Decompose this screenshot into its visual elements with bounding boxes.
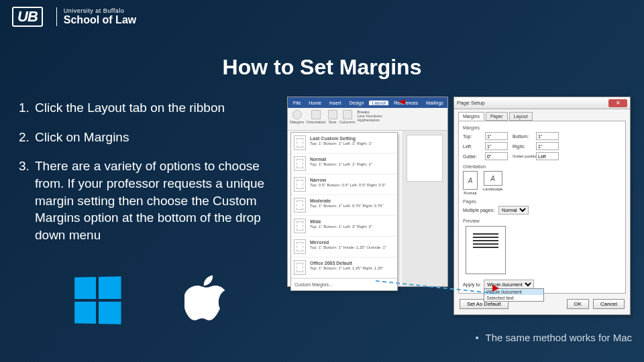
margin-option-wide[interactable]: WideTop: 1" Bottom: 1" Left: 2" Right: 2…: [291, 216, 397, 237]
logo-small: University at Buffalo: [64, 7, 136, 14]
step-1: 1.Click the Layout tab on the ribbon: [19, 99, 282, 117]
preview-label: Preview: [463, 219, 621, 223]
slide-title: How to Set Margins: [0, 55, 644, 80]
logo-divider: [56, 7, 57, 26]
logo-mark: UB: [12, 7, 43, 27]
dialog-tabs: Margins Paper Layout: [454, 109, 630, 121]
close-button[interactable]: ✕: [608, 99, 627, 107]
pages-fieldset: Pages Multiple pages: Normal: [463, 199, 621, 215]
margin-option-office2003[interactable]: Office 2003 DefaultTop: 1" Bottom: 1" Le…: [291, 257, 397, 278]
dialog-tab-paper[interactable]: Paper: [486, 112, 508, 121]
multiple-pages-select[interactable]: Normal: [498, 206, 529, 215]
margin-option-last-custom[interactable]: Last Custom SettingTop: 1" Bottom: 1" Le…: [291, 133, 397, 154]
dialog-titlebar: Page Setup ✕: [454, 97, 630, 109]
logo-big: School of Law: [64, 14, 136, 26]
right-label: Right:: [513, 144, 533, 149]
margin-preview-icon: [294, 177, 306, 192]
margin-preview-icon: [294, 156, 306, 171]
institution-logo: UB University at Buffalo School of Law: [12, 7, 136, 27]
layout-toolbar: Margins Orientation Size Columns BreaksL…: [288, 108, 447, 131]
tab-home[interactable]: Home: [306, 101, 324, 105]
preview-page-icon: [466, 226, 506, 274]
step-3: 3.There are a variety of options to choo…: [19, 158, 282, 243]
apply-to-select[interactable]: Whole document: [484, 280, 534, 289]
orientation-button[interactable]: Orientation: [306, 110, 325, 124]
tab-design[interactable]: Design: [346, 101, 366, 105]
margin-preview-icon: [294, 260, 306, 275]
margin-option-narrow[interactable]: NarrowTop: 0.5" Bottom: 0.5" Left: 0.5" …: [291, 174, 397, 195]
gutter-label: Gutter:: [463, 154, 482, 159]
windows-icon: [74, 276, 121, 324]
cancel-button[interactable]: Cancel: [593, 299, 625, 309]
apply-row: Apply to: Whole document Whole document …: [463, 280, 621, 289]
document-area: [402, 131, 447, 286]
left-input[interactable]: [485, 142, 508, 150]
bottom-input[interactable]: [536, 132, 559, 140]
page-preview: [407, 135, 443, 182]
margin-preview-icon: [294, 198, 306, 213]
tab-file[interactable]: File: [290, 101, 303, 105]
orientation-portrait[interactable]: Portrait: [463, 171, 478, 195]
orientation-icon: [311, 110, 321, 119]
size-icon: [328, 110, 337, 119]
dialog-tab-layout[interactable]: Layout: [509, 112, 533, 121]
os-icons: [74, 275, 225, 326]
tab-mailings[interactable]: Mailings: [423, 101, 446, 105]
left-label: Left:: [463, 144, 482, 149]
size-button[interactable]: Size: [328, 110, 337, 124]
top-label: Top:: [463, 134, 482, 139]
dialog-title: Page Setup: [457, 100, 485, 106]
columns-button[interactable]: Columns: [339, 110, 356, 124]
word-ribbon-screenshot: File Home Insert Design Layout Reference…: [287, 97, 448, 287]
instruction-list: 1.Click the Layout tab on the ribbon 2.C…: [19, 99, 282, 255]
margin-preview-icon: [294, 219, 306, 233]
custom-margins-option[interactable]: Custom Margins...: [291, 278, 397, 290]
ok-button[interactable]: OK: [567, 299, 590, 309]
tab-layout[interactable]: Layout: [369, 101, 388, 105]
page-setup-dialog: Page Setup ✕ Margins Paper Layout Margin…: [453, 97, 631, 315]
footer-note: • The same method works for Mac: [476, 332, 632, 343]
logo-text: University at Buffalo School of Law: [64, 7, 136, 26]
breaks-button[interactable]: BreaksLine NumbersHyphenation: [357, 110, 382, 122]
margins-fieldset: Margins Top: Bottom: Left: Right: Gutter…: [463, 125, 621, 160]
bottom-label: Bottom:: [513, 134, 533, 139]
landscape-icon: [484, 171, 502, 186]
top-input[interactable]: [485, 132, 508, 140]
preview-fieldset: Preview: [463, 219, 621, 274]
orientation-fieldset: Orientation Portrait Landscape: [463, 164, 621, 195]
footer-note-text: The same method works for Mac: [486, 332, 632, 343]
apply-option-selected[interactable]: Selected text: [484, 295, 543, 301]
tab-references[interactable]: References: [391, 101, 421, 105]
pages-label: Pages: [463, 199, 621, 204]
columns-icon: [343, 110, 352, 119]
margins-dropdown: Last Custom SettingTop: 1" Bottom: 1" Le…: [290, 132, 398, 291]
dialog-body: Margins Top: Bottom: Left: Right: Gutter…: [458, 121, 626, 294]
step-2: 2.Click on Margins: [19, 129, 282, 146]
ribbon-tabs: File Home Insert Design Layout Reference…: [288, 97, 447, 108]
right-input[interactable]: [536, 142, 559, 150]
callout-arrow-icon: [398, 99, 405, 105]
orientation-landscape[interactable]: Landscape: [483, 171, 502, 195]
margins-section-label: Margins: [463, 125, 621, 130]
gutter-pos-label: Gutter position:: [513, 154, 533, 158]
apply-to-label: Apply to:: [463, 282, 481, 287]
margin-option-mirrored[interactable]: MirroredTop: 1" Bottom: 1" Inside: 1.25"…: [291, 237, 397, 257]
margin-preview-icon: [294, 135, 306, 150]
multiple-pages-label: Multiple pages:: [463, 208, 494, 213]
gutter-pos-input[interactable]: [536, 152, 559, 160]
bullet-icon: •: [476, 333, 479, 343]
margin-preview-icon: [294, 239, 306, 254]
portrait-icon: [463, 171, 478, 190]
tab-insert[interactable]: Insert: [327, 101, 344, 105]
apple-icon: [184, 275, 225, 326]
orientation-label: Orientation: [463, 164, 621, 169]
margin-option-normal[interactable]: NormalTop: 1" Bottom: 1" Left: 1" Right:…: [291, 154, 397, 174]
dialog-tab-margins[interactable]: Margins: [458, 112, 484, 121]
margins-button[interactable]: Margins: [290, 110, 304, 124]
margin-option-moderate[interactable]: ModerateTop: 1" Bottom: 1" Left: 0.75" R…: [291, 195, 397, 216]
callout-arrow-head-icon: [492, 285, 499, 292]
gutter-input[interactable]: [485, 152, 508, 160]
margins-icon: [292, 110, 302, 119]
